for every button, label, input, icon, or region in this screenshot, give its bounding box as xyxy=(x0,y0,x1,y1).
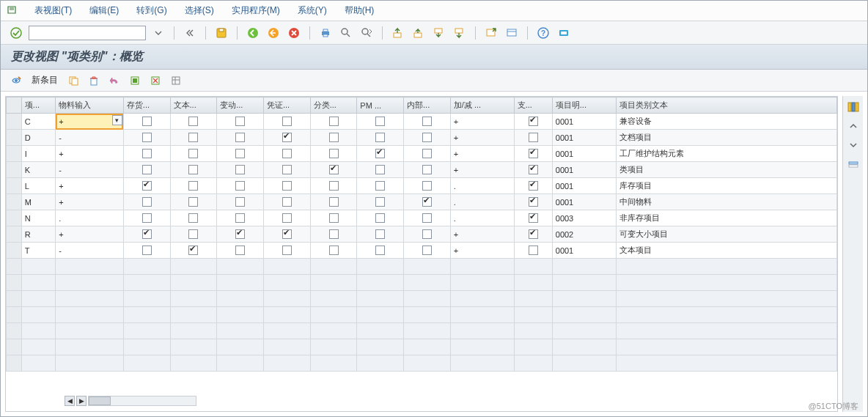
checkbox[interactable] xyxy=(529,117,538,126)
cell-code[interactable]: R xyxy=(21,226,55,243)
empty-cell[interactable] xyxy=(450,323,514,339)
empty-cell[interactable] xyxy=(21,275,55,291)
empty-cell[interactable] xyxy=(404,259,451,275)
empty-cell[interactable] xyxy=(170,291,217,307)
checkbox[interactable] xyxy=(422,246,432,255)
cell-checkbox[interactable] xyxy=(310,114,357,130)
empty-cell[interactable] xyxy=(263,355,310,372)
cell-checkbox[interactable] xyxy=(217,226,264,243)
cell-checkbox[interactable] xyxy=(217,130,264,146)
cell-checkbox[interactable] xyxy=(217,146,264,162)
checkbox[interactable] xyxy=(282,133,292,142)
checkbox[interactable] xyxy=(235,246,245,255)
cell-material-input[interactable]: - xyxy=(56,243,124,259)
cell-checkbox[interactable] xyxy=(263,210,310,226)
next-page-icon[interactable] xyxy=(431,25,447,41)
cell-checkbox[interactable] xyxy=(217,194,264,210)
checkbox[interactable] xyxy=(329,181,339,191)
cancel-icon[interactable] xyxy=(286,25,302,41)
cell-checkbox[interactable] xyxy=(170,210,217,226)
ok-icon[interactable] xyxy=(8,25,24,41)
cell-checkbox[interactable] xyxy=(123,178,170,194)
column-header[interactable]: 文本... xyxy=(170,97,217,114)
empty-cell[interactable] xyxy=(450,307,514,323)
cell-item-text[interactable]: 类项目 xyxy=(616,162,836,178)
empty-cell[interactable] xyxy=(217,275,264,291)
empty-cell[interactable] xyxy=(21,323,55,339)
checkbox[interactable] xyxy=(235,133,245,142)
empty-cell[interactable] xyxy=(123,355,170,372)
empty-cell[interactable] xyxy=(514,259,552,275)
empty-cell[interactable] xyxy=(123,307,170,323)
cell-support[interactable] xyxy=(514,226,552,243)
cell-material-input[interactable]: +▾ xyxy=(56,114,124,130)
new-session-icon[interactable] xyxy=(483,25,499,41)
cell-checkbox[interactable] xyxy=(170,114,217,130)
find-next-icon[interactable] xyxy=(358,25,375,41)
empty-cell[interactable] xyxy=(123,259,170,275)
layout-icon[interactable] xyxy=(504,25,520,41)
row-selector[interactable] xyxy=(7,178,22,194)
cell-checkbox[interactable] xyxy=(170,243,217,259)
empty-cell[interactable] xyxy=(56,339,124,355)
empty-cell[interactable] xyxy=(263,275,310,291)
checkbox[interactable] xyxy=(375,229,385,239)
cell-checkbox[interactable] xyxy=(310,226,357,243)
empty-cell[interactable] xyxy=(217,307,264,323)
help-icon[interactable]: ? xyxy=(535,25,551,41)
checkbox[interactable] xyxy=(329,149,339,158)
checkbox[interactable] xyxy=(422,117,432,126)
menu-item-6[interactable]: 帮助(H) xyxy=(336,1,383,20)
cell-item-detail[interactable]: 0003 xyxy=(552,210,616,226)
cell-plusminus[interactable]: . xyxy=(450,194,514,210)
cell-code[interactable]: T xyxy=(21,243,55,259)
cell-plusminus[interactable]: + xyxy=(450,162,514,178)
empty-cell[interactable] xyxy=(616,259,836,275)
checkbox[interactable] xyxy=(282,229,292,239)
cell-item-detail[interactable]: 0002 xyxy=(552,226,616,243)
empty-cell[interactable] xyxy=(170,307,217,323)
empty-cell[interactable] xyxy=(552,339,616,355)
empty-cell[interactable] xyxy=(616,291,836,307)
checkbox[interactable] xyxy=(142,229,152,239)
empty-cell[interactable] xyxy=(514,307,552,323)
cell-checkbox[interactable] xyxy=(170,130,217,146)
cell-material-input[interactable]: + xyxy=(56,226,124,243)
prev-page-icon[interactable] xyxy=(411,25,427,41)
cell-checkbox[interactable] xyxy=(404,226,451,243)
checkbox[interactable] xyxy=(529,133,538,142)
cell-support[interactable] xyxy=(514,114,552,130)
empty-cell[interactable] xyxy=(616,275,836,291)
cell-checkbox[interactable] xyxy=(404,130,451,146)
cell-item-text[interactable]: 兼容设备 xyxy=(616,114,836,130)
command-input[interactable] xyxy=(29,26,146,40)
cell-checkbox[interactable] xyxy=(217,178,264,194)
checkbox[interactable] xyxy=(235,117,245,126)
empty-cell[interactable] xyxy=(170,339,217,355)
cell-code[interactable]: L xyxy=(21,178,55,194)
new-entries-button[interactable]: 新条目 xyxy=(32,74,58,86)
checkbox[interactable] xyxy=(142,246,152,255)
deselect-all-icon[interactable] xyxy=(147,73,163,89)
empty-cell[interactable] xyxy=(21,355,55,372)
empty-cell[interactable] xyxy=(616,323,836,339)
select-all-header[interactable] xyxy=(7,97,22,114)
column-header[interactable]: 项目类别文本 xyxy=(616,97,836,114)
column-header[interactable]: 凭证... xyxy=(263,97,310,114)
cell-item-detail[interactable]: 0001 xyxy=(552,162,616,178)
empty-cell[interactable] xyxy=(123,275,170,291)
row-selector[interactable] xyxy=(7,130,22,146)
checkbox[interactable] xyxy=(282,181,292,191)
cell-checkbox[interactable] xyxy=(170,146,217,162)
row-selector[interactable] xyxy=(7,114,22,130)
checkbox[interactable] xyxy=(142,165,152,174)
empty-cell[interactable] xyxy=(450,275,514,291)
empty-cell[interactable] xyxy=(404,291,451,307)
cell-checkbox[interactable] xyxy=(357,146,404,162)
cell-item-text[interactable]: 工厂维护结构元素 xyxy=(616,146,836,162)
row-selector[interactable] xyxy=(7,162,22,178)
checkbox[interactable] xyxy=(529,246,538,255)
checkbox[interactable] xyxy=(188,117,198,126)
checkbox[interactable] xyxy=(142,181,152,191)
cell-plusminus[interactable]: + xyxy=(450,226,514,243)
